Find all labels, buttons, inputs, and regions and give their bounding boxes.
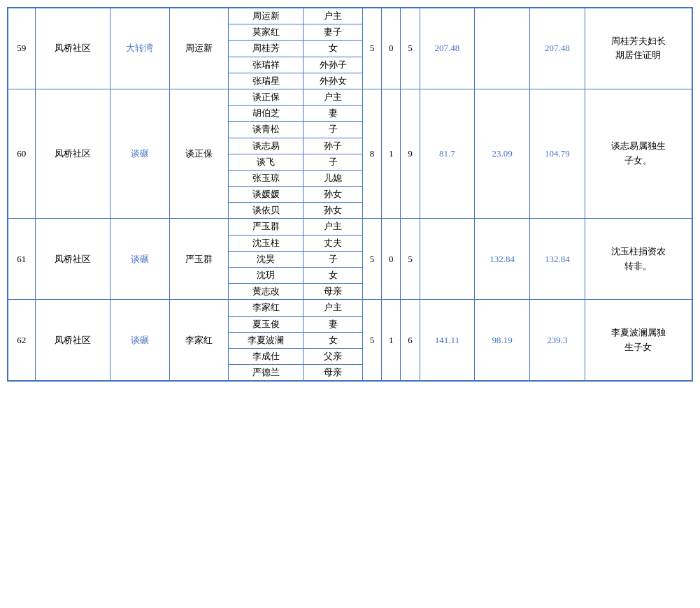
col6-1: 104.79 (530, 89, 585, 219)
col1-2: 5 (362, 219, 381, 300)
member-relation-3-0: 户主 (303, 300, 362, 316)
member-name-2-2: 沈昊 (228, 251, 303, 267)
member-name-1-7: 谈依贝 (228, 203, 303, 219)
member-relation-0-3: 外孙子 (303, 57, 362, 73)
member-name-1-1: 胡伯芝 (228, 106, 303, 122)
row-id-2: 61 (8, 219, 36, 300)
head-0: 周运新 (169, 8, 228, 89)
col3-0: 5 (401, 8, 420, 89)
member-relation-2-4: 母亲 (303, 284, 362, 300)
member-name-1-4: 谈飞 (228, 154, 303, 170)
community-2: 凤桥社区 (35, 219, 110, 300)
member-name-0-3: 张瑞祥 (228, 57, 303, 73)
col6-3: 239.3 (530, 300, 585, 381)
community-0: 凤桥社区 (35, 8, 110, 89)
member-relation-1-5: 儿媳 (303, 170, 362, 186)
member-name-2-1: 沈玉柱 (228, 235, 303, 251)
head-2: 严玉群 (169, 219, 228, 300)
member-relation-3-3: 父亲 (303, 348, 362, 364)
col5-1: 23.09 (475, 89, 530, 219)
col4-3: 141.11 (420, 300, 475, 381)
col2-1: 1 (382, 89, 401, 219)
col6-0: 207.48 (530, 8, 585, 89)
member-name-0-4: 张瑞星 (228, 73, 303, 89)
member-name-3-0: 李家红 (228, 300, 303, 316)
remark-3: 李夏波澜属独 生子女 (585, 300, 692, 381)
col4-2 (420, 219, 475, 300)
member-relation-2-3: 女 (303, 268, 362, 284)
member-relation-1-0: 户主 (303, 89, 362, 105)
remark-0: 周桂芳夫妇长 期居住证明 (585, 8, 692, 89)
remark-1: 谈志易属独生 子女。 (585, 89, 692, 219)
col1-1: 8 (362, 89, 381, 219)
member-relation-1-7: 孙女 (303, 203, 362, 219)
member-name-2-3: 沈玥 (228, 268, 303, 284)
member-name-0-1: 莫家红 (228, 24, 303, 41)
member-name-1-0: 谈正保 (228, 89, 303, 105)
community-1: 凤桥社区 (35, 89, 110, 219)
village-3: 谈碾 (110, 300, 169, 381)
member-relation-0-1: 妻子 (303, 24, 362, 41)
col1-3: 5 (362, 300, 381, 381)
member-relation-3-1: 妻 (303, 316, 362, 332)
member-relation-3-4: 母亲 (303, 365, 362, 381)
col2-0: 0 (382, 8, 401, 89)
row-id-3: 62 (8, 300, 36, 381)
col2-3: 1 (382, 300, 401, 381)
member-name-2-4: 黄志改 (228, 284, 303, 300)
member-relation-1-4: 子 (303, 154, 362, 170)
member-relation-2-0: 户主 (303, 219, 362, 235)
member-name-3-1: 夏玉俊 (228, 316, 303, 332)
member-relation-1-3: 孙子 (303, 138, 362, 154)
member-name-0-0: 周运新 (228, 8, 303, 24)
village-0: 大转湾 (110, 8, 169, 89)
head-3: 李家红 (169, 300, 228, 381)
member-relation-3-2: 女 (303, 332, 362, 348)
member-name-3-3: 李成仕 (228, 348, 303, 364)
col3-1: 9 (401, 89, 420, 219)
member-relation-0-4: 外孙女 (303, 73, 362, 89)
member-relation-1-6: 孙女 (303, 187, 362, 203)
member-name-1-2: 谈青松 (228, 122, 303, 138)
member-relation-2-2: 子 (303, 251, 362, 267)
member-name-1-6: 谈媛媛 (228, 187, 303, 203)
col5-2: 132.84 (475, 219, 530, 300)
head-1: 谈正保 (169, 89, 228, 219)
member-name-2-0: 严玉群 (228, 219, 303, 235)
member-name-3-4: 严德兰 (228, 365, 303, 381)
col4-0: 207.48 (420, 8, 475, 89)
data-table: 59凤桥社区大转湾周运新周运新户主505207.48207.48周桂芳夫妇长 期… (8, 8, 692, 381)
col3-3: 6 (401, 300, 420, 381)
member-name-1-3: 谈志易 (228, 138, 303, 154)
member-relation-2-1: 丈夫 (303, 235, 362, 251)
col5-3: 98.19 (475, 300, 530, 381)
row-id-0: 59 (8, 8, 36, 89)
col4-1: 81.7 (420, 89, 475, 219)
remark-2: 沈玉柱捐资农 转非。 (585, 219, 692, 300)
member-relation-1-1: 妻 (303, 106, 362, 122)
col2-2: 0 (382, 219, 401, 300)
member-name-0-2: 周桂芳 (228, 41, 303, 57)
col5-0 (475, 8, 530, 89)
member-relation-1-2: 子 (303, 122, 362, 138)
member-name-1-5: 张玉琼 (228, 170, 303, 186)
community-3: 凤桥社区 (35, 300, 110, 381)
member-name-3-2: 李夏波澜 (228, 332, 303, 348)
member-relation-0-0: 户主 (303, 8, 362, 24)
row-id-1: 60 (8, 89, 36, 219)
main-table-wrapper: 59凤桥社区大转湾周运新周运新户主505207.48207.48周桂芳夫妇长 期… (7, 7, 693, 382)
member-relation-0-2: 女 (303, 41, 362, 57)
village-2: 谈碾 (110, 219, 169, 300)
col1-0: 5 (362, 8, 381, 89)
village-1: 谈碾 (110, 89, 169, 219)
col6-2: 132.84 (530, 219, 585, 300)
col3-2: 5 (401, 219, 420, 300)
